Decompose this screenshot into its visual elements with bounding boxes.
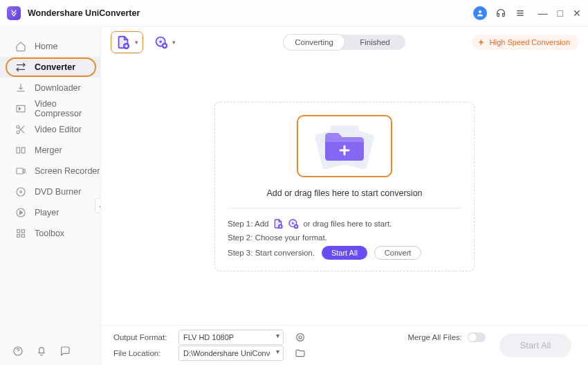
sidebar-item-recorder[interactable]: Screen Recorder [0,161,100,181]
sidebar-item-label: Merger [35,145,62,155]
step-1: Step 1: Add or drag files here to start. [228,218,461,229]
chevron-down-icon: ▾ [172,39,176,46]
merge-icon [15,145,26,156]
window-minimize-button[interactable]: — [538,8,548,18]
svg-point-5 [17,125,19,128]
divider [228,208,461,208]
lightning-icon [477,38,486,46]
sidebar-item-converter[interactable]: Converter [0,57,100,78]
svg-point-27 [299,336,302,339]
folder-plus-icon [322,130,367,163]
sidebar-item-compressor[interactable]: Video Compressor [0,98,100,119]
svg-point-26 [297,334,304,341]
svg-point-6 [17,131,19,134]
play-icon [15,207,26,218]
sidebar-item-downloader[interactable]: Downloader [0,78,100,98]
tab-finished[interactable]: Finished [344,35,405,50]
svg-point-20 [160,41,162,43]
menu-icon[interactable] [515,8,526,19]
grid-icon [15,228,26,239]
step-3: Step 3: Start conversion. [228,249,315,257]
compress-icon [15,103,26,114]
chevron-down-icon: ▾ [135,39,138,46]
help-icon[interactable] [12,346,24,357]
file-location-select[interactable] [178,346,284,361]
svg-point-24 [292,222,294,224]
sidebar-item-editor[interactable]: Video Editor [0,119,100,140]
svg-rect-14 [21,230,24,233]
sidebar-item-label: Video Compressor [35,99,100,118]
merge-toggle[interactable] [468,332,486,342]
record-icon [15,166,26,177]
sidebar-item-label: Downloader [35,83,81,93]
sidebar-item-label: DVD Burner [35,187,81,197]
merge-label: Merge All Files: [400,333,462,341]
high-speed-badge[interactable]: High Speed Conversion [472,35,578,50]
app-title: Wondershare UniConverter [28,8,140,18]
account-avatar[interactable] [473,6,487,20]
add-dvd-mini-icon [288,218,299,229]
disc-icon [15,186,26,197]
svg-point-11 [20,191,22,193]
convert-mini-button[interactable]: Convert [374,246,422,260]
svg-rect-8 [21,148,25,153]
status-tabs: Converting Finished [284,35,405,50]
tab-converting[interactable]: Converting [284,35,344,50]
drop-zone[interactable]: Add or drag files here to start conversi… [214,102,475,271]
svg-rect-7 [17,148,20,153]
drop-zone-folder [297,115,392,177]
support-icon[interactable] [495,8,506,19]
sidebar-item-merger[interactable]: Merger [0,140,100,161]
feedback-icon[interactable] [59,346,71,357]
scissors-icon [15,124,26,135]
svg-point-0 [479,10,481,13]
add-dvd-button[interactable]: ▾ [150,33,180,52]
home-icon [15,41,26,52]
app-logo [7,6,21,20]
output-format-label: Output Format: [113,333,173,341]
output-format-select[interactable] [178,330,284,345]
converter-icon [15,62,26,73]
sidebar-item-label: Video Editor [35,125,82,134]
add-file-icon [116,35,131,50]
svg-point-10 [17,188,25,196]
window-close-button[interactable]: ✕ [573,8,581,18]
sidebar-item-label: Converter [35,62,75,72]
svg-rect-16 [21,234,24,237]
sidebar-item-player[interactable]: Player [0,202,100,223]
sidebar-item-label: Screen Recorder [35,166,100,176]
format-settings-icon[interactable] [295,332,306,343]
svg-rect-9 [17,168,23,174]
start-all-mini-button[interactable]: Start All [322,246,367,260]
sidebar-item-toolbox[interactable]: Toolbox [0,223,100,244]
high-speed-label: High Speed Conversion [490,38,570,46]
file-location-label: File Location: [113,349,173,357]
drop-zone-headline: Add or drag files here to start conversi… [228,188,461,198]
svg-rect-13 [17,230,20,233]
sidebar-item-dvd[interactable]: DVD Burner [0,181,100,202]
sidebar-item-label: Toolbox [35,229,64,238]
open-folder-icon[interactable] [295,348,306,359]
sidebar-item-home[interactable]: Home [0,36,100,57]
bell-icon[interactable] [36,346,47,357]
window-maximize-button[interactable]: □ [558,8,563,18]
step-2: Step 2: Choose your format. [228,233,461,242]
sidebar-item-label: Player [35,208,59,217]
download-icon [15,82,26,94]
add-dvd-icon [154,35,168,49]
sidebar: Home Converter Downloader Video Compress… [0,26,100,365]
start-all-button[interactable]: Start All [499,334,571,357]
add-file-mini-icon [273,218,284,229]
svg-rect-15 [17,234,20,237]
sidebar-item-label: Home [35,42,57,51]
add-file-button[interactable]: ▾ [111,31,143,53]
